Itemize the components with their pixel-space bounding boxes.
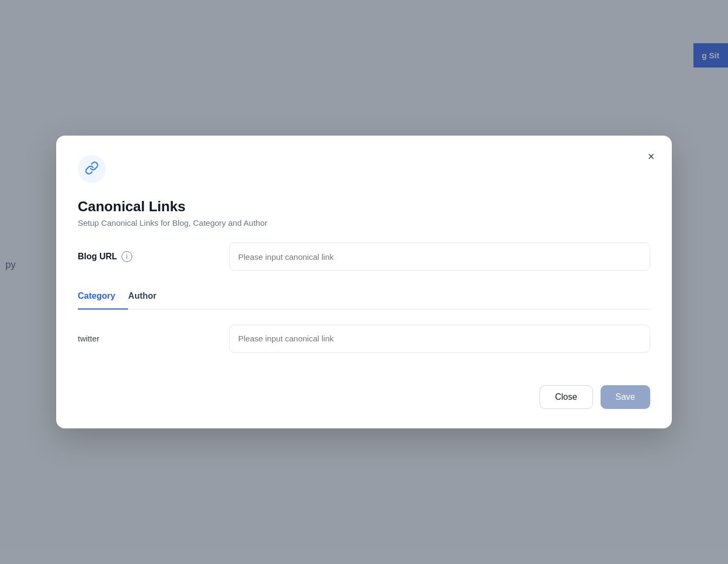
modal-subtitle: Setup Canonical Links for Blog, Category…	[78, 218, 650, 227]
modal-footer: Close Save	[78, 385, 650, 409]
save-button[interactable]: Save	[601, 385, 650, 409]
tab-author[interactable]: Author	[128, 286, 169, 310]
modal-header	[78, 155, 650, 183]
twitter-input[interactable]	[229, 325, 650, 353]
twitter-row: twitter	[78, 325, 650, 353]
link-icon	[85, 161, 99, 177]
blog-url-input[interactable]	[229, 243, 650, 271]
close-icon: ×	[648, 151, 655, 163]
blog-url-row: Blog URL i	[78, 243, 650, 271]
modal-icon-wrapper	[78, 155, 106, 183]
modal-title-section: Canonical Links Setup Canonical Links fo…	[78, 198, 650, 227]
info-icon[interactable]: i	[122, 251, 132, 262]
close-button[interactable]: Close	[540, 385, 593, 409]
blog-url-label: Blog URL i	[78, 251, 229, 262]
twitter-label: twitter	[78, 334, 229, 343]
modal-title: Canonical Links	[78, 198, 650, 215]
tabs-list: Category Author	[78, 286, 650, 310]
close-icon-button[interactable]: ×	[645, 149, 657, 165]
tab-category[interactable]: Category	[78, 286, 128, 310]
tabs-section: Category Author twitter	[78, 286, 650, 353]
modal-overlay: × Canonical Links Setup Canonical Links …	[0, 0, 728, 564]
modal-container: × Canonical Links Setup Canonical Links …	[56, 136, 672, 428]
